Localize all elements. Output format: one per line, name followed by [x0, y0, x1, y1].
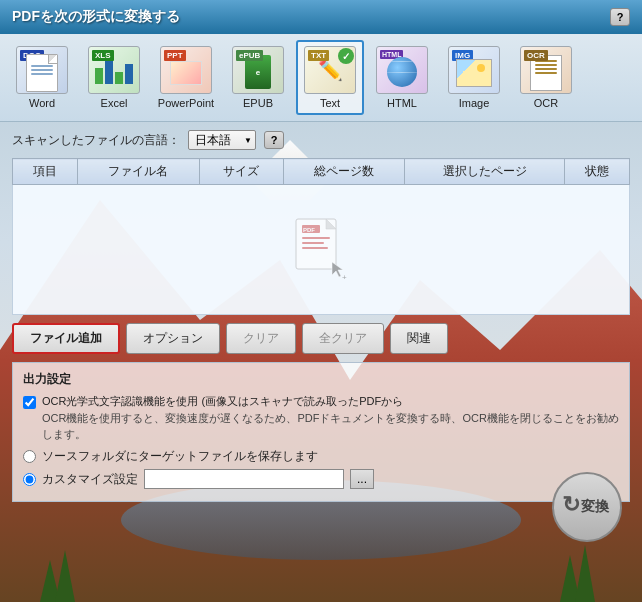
col-index: 項目	[13, 159, 78, 185]
format-ocr[interactable]: OCR OCR	[512, 42, 580, 113]
excel-label: Excel	[101, 97, 128, 109]
empty-row: PDF +	[13, 185, 630, 315]
ocr-label: OCR	[534, 97, 558, 109]
ocr-line-2	[535, 64, 557, 66]
pdf-drop-area: PDF +	[21, 189, 621, 310]
epub-icon-box: ePUB e	[232, 46, 284, 94]
txt-badge: TXT	[308, 50, 329, 61]
svg-rect-15	[302, 247, 328, 249]
pencil-icon: ✏️	[318, 58, 343, 82]
col-selected-pages: 選択したページ	[405, 159, 565, 185]
ocr-checkbox-row: OCR光学式文字認識機能を使用 (画像又はスキャナで読み取ったPDFから OCR…	[23, 394, 619, 442]
bar-3	[115, 72, 123, 84]
related-button[interactable]: 関連	[390, 323, 448, 354]
custom-path-radio[interactable]	[23, 473, 36, 486]
app-title: PDFを次の形式に変換する	[12, 8, 180, 26]
options-button[interactable]: オプション	[126, 323, 220, 354]
bar-2	[105, 60, 113, 84]
ppt-icon-box: PPT	[160, 46, 212, 94]
title-bar: PDFを次の形式に変換する ?	[0, 0, 642, 34]
format-word[interactable]: DOC Word	[8, 42, 76, 113]
word-label: Word	[29, 97, 55, 109]
format-bar: DOC Word XLS	[0, 34, 642, 122]
convert-label: 変換	[581, 498, 609, 516]
custom-path-radio-row: カスタマイズ設定 G:/pdf ...	[23, 469, 619, 489]
format-excel[interactable]: XLS Excel	[80, 42, 148, 113]
txt-icon-box: TXT ✏️ ✓	[304, 46, 356, 94]
word-icon-box: DOC	[16, 46, 68, 94]
ui-layer: PDFを次の形式に変換する ? DOC Word	[0, 0, 642, 510]
output-title: 出力設定	[23, 371, 619, 388]
doc-line-2	[31, 69, 53, 71]
convert-button[interactable]: ↻ 変換	[552, 472, 622, 542]
pdf-icon-svg: PDF +	[294, 217, 349, 282]
ocr-checkbox[interactable]	[23, 396, 36, 409]
ocr-badge: OCR	[524, 50, 548, 61]
language-row: スキャンしたファイルの言語： 日本語 English 中文 한국어 ▼ ?	[12, 130, 630, 150]
table-body: PDF +	[13, 185, 630, 315]
ocr-desc: OCR機能を使用すると、変換速度が遅くなるため、PDFドキュメントを変換する時、…	[42, 411, 619, 442]
format-text[interactable]: TXT ✏️ ✓ Text	[296, 40, 364, 115]
svg-text:PDF: PDF	[303, 227, 315, 233]
lang-select[interactable]: 日本語 English 中文 한국어	[188, 130, 256, 150]
html-icon-box: HTML	[376, 46, 428, 94]
table-header: 項目 ファイル名 サイズ 総ページ数 選択したページ 状態	[13, 159, 630, 185]
epub-badge: ePUB	[236, 50, 263, 61]
clear-button[interactable]: クリア	[226, 323, 296, 354]
drop-area-cell: PDF +	[13, 185, 630, 315]
main-area: スキャンしたファイルの言語： 日本語 English 中文 한국어 ▼ ?	[0, 122, 642, 510]
refresh-icon: ↻	[562, 492, 580, 518]
lang-label: スキャンしたファイルの言語：	[12, 132, 180, 149]
doc-line-3	[31, 73, 53, 75]
svg-text:+: +	[342, 273, 347, 282]
output-settings: 出力設定 OCR光学式文字認識機能を使用 (画像又はスキャナで読み取ったPDFか…	[12, 362, 630, 502]
img-photo	[456, 59, 492, 87]
header-row: 項目 ファイル名 サイズ 総ページ数 選択したページ 状態	[13, 159, 630, 185]
epub-label: EPUB	[243, 97, 273, 109]
format-html[interactable]: HTML HTML	[368, 42, 436, 113]
img-icon-box: IMG	[448, 46, 500, 94]
source-folder-label[interactable]: ソースフォルダにターゲットファイルを保存します	[42, 448, 318, 465]
col-status: 状態	[565, 159, 630, 185]
add-file-button[interactable]: ファイル追加	[12, 323, 120, 354]
ocr-label-text: OCR光学式文字認識機能を使用 (画像又はスキャナで読み取ったPDFから	[42, 395, 403, 407]
convert-button-area: ↻ 変換	[552, 472, 622, 542]
col-size: サイズ	[199, 159, 283, 185]
ocr-checkbox-label[interactable]: OCR光学式文字認識機能を使用 (画像又はスキャナで読み取ったPDFから OCR…	[42, 394, 619, 442]
col-pages: 総ページ数	[283, 159, 405, 185]
file-table-container: 項目 ファイル名 サイズ 総ページ数 選択したページ 状態	[12, 158, 630, 315]
format-epub[interactable]: ePUB e EPUB	[224, 42, 292, 113]
file-table: 項目 ファイル名 サイズ 総ページ数 選択したページ 状態	[12, 158, 630, 315]
format-image[interactable]: IMG Image	[440, 42, 508, 113]
ppt-slide	[170, 61, 202, 85]
lang-help-button[interactable]: ?	[264, 131, 284, 149]
img-photo-inner	[457, 60, 491, 86]
doc-lines	[27, 55, 57, 81]
custom-path-input[interactable]: G:/pdf	[144, 469, 344, 489]
app-window: PDFを次の形式に変換する ? DOC Word	[0, 0, 642, 602]
svg-rect-14	[302, 242, 324, 244]
source-folder-radio-row: ソースフォルダにターゲットファイルを保存します	[23, 448, 619, 465]
ppt-badge: PPT	[164, 50, 186, 61]
lang-select-wrapper: 日本語 English 中文 한국어 ▼	[188, 130, 256, 150]
custom-path-label[interactable]: カスタマイズ設定	[42, 471, 138, 488]
ocr-line-3	[535, 68, 557, 70]
img-photo-sun	[477, 64, 485, 72]
ppt-img	[171, 62, 201, 84]
button-row: ファイル追加 オプション クリア 全クリア 関連	[12, 323, 630, 354]
html-globe	[387, 57, 417, 87]
image-label: Image	[459, 97, 490, 109]
xls-badge: XLS	[92, 50, 114, 61]
clear-all-button[interactable]: 全クリア	[302, 323, 384, 354]
html-label: HTML	[387, 97, 417, 109]
svg-rect-13	[302, 237, 330, 239]
ocr-icon-box: OCR	[520, 46, 572, 94]
bar-1	[95, 68, 103, 84]
format-powerpoint[interactable]: PPT PowerPoint	[152, 42, 220, 113]
col-filename: ファイル名	[77, 159, 199, 185]
ppt-label: PowerPoint	[158, 97, 214, 109]
browse-button[interactable]: ...	[350, 469, 374, 489]
source-folder-radio[interactable]	[23, 450, 36, 463]
title-help-button[interactable]: ?	[610, 8, 630, 26]
text-label: Text	[320, 97, 340, 109]
